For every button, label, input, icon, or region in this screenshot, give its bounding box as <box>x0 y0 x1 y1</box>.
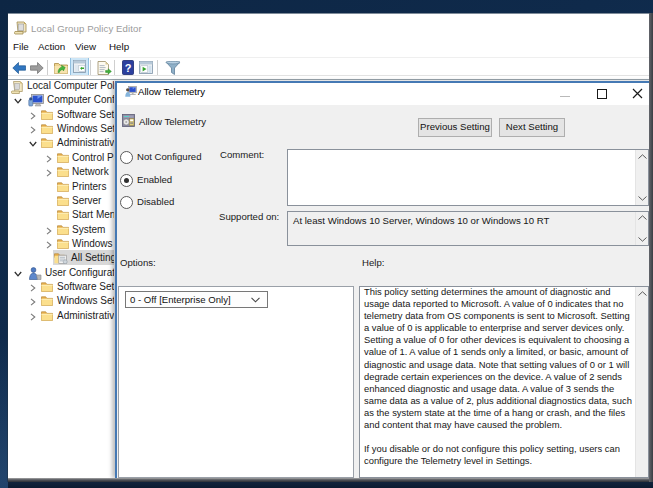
svg-text:?: ? <box>125 62 132 74</box>
